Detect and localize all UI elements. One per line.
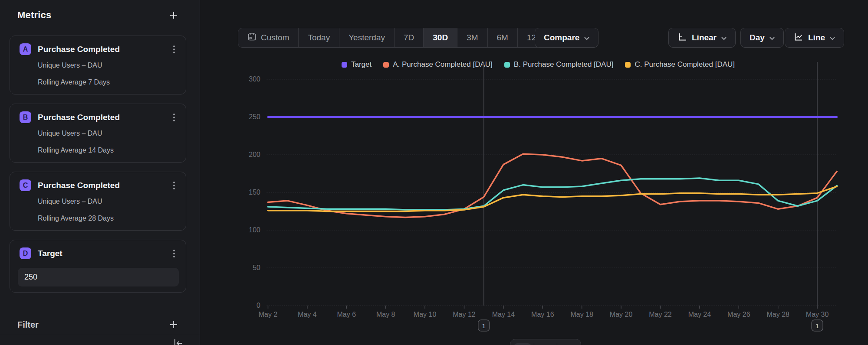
range-label: 30D xyxy=(433,33,448,42)
svg-text:May 10: May 10 xyxy=(414,311,437,318)
scale-button[interactable]: Linear xyxy=(668,28,736,48)
metric-card-b: B Purchase Completed Unique Users – DAU … xyxy=(10,104,186,163)
chevron-down-icon xyxy=(721,33,727,42)
axis-linear-icon xyxy=(677,32,687,44)
range-6m[interactable]: 6M xyxy=(487,28,517,47)
metric-measure: Unique Users – DAU xyxy=(38,198,102,205)
sidebar-title: Metrics xyxy=(17,10,51,21)
metric-menu-button[interactable] xyxy=(168,179,180,192)
target-menu-button[interactable] xyxy=(168,247,180,260)
metric-title: Purchase Completed xyxy=(38,113,120,122)
filter-section-label: Filter xyxy=(17,320,39,330)
target-value-input[interactable] xyxy=(18,268,179,286)
metric-badge-a: A xyxy=(20,43,31,55)
metric-measure: Unique Users – DAU xyxy=(38,62,102,69)
range-label: 3M xyxy=(467,33,478,42)
svg-text:1: 1 xyxy=(482,322,486,329)
svg-text:May 6: May 6 xyxy=(337,311,356,318)
bottom-chart-switcher xyxy=(510,339,581,345)
target-card: D Target xyxy=(10,240,186,293)
svg-text:50: 50 xyxy=(253,264,260,271)
range-label: Custom xyxy=(261,33,289,42)
plus-icon xyxy=(169,320,178,331)
svg-text:200: 200 xyxy=(249,151,260,158)
metric-badge-d: D xyxy=(20,247,31,259)
compare-button[interactable]: Compare xyxy=(535,28,598,48)
compare-label: Compare xyxy=(544,33,579,42)
add-metric-button[interactable] xyxy=(168,10,180,22)
chart-type-label: Line xyxy=(808,33,825,42)
range-label: 7D xyxy=(404,33,414,42)
scale-label: Linear xyxy=(692,33,717,42)
chevron-down-icon xyxy=(769,33,775,42)
line-chart-svg: 050100150200250300May 2May 4May 6May 8Ma… xyxy=(234,52,859,345)
chart-card-icon-button[interactable] xyxy=(560,343,577,345)
target-title: Target xyxy=(38,249,62,258)
svg-text:1: 1 xyxy=(815,322,819,329)
svg-text:May 16: May 16 xyxy=(531,311,554,318)
svg-text:May 26: May 26 xyxy=(727,311,750,318)
granularity-label: Day xyxy=(750,33,765,42)
svg-text:May 24: May 24 xyxy=(688,311,711,318)
switcher-divider xyxy=(557,343,557,345)
range-custom[interactable]: Custom xyxy=(238,28,298,47)
range-today[interactable]: Today xyxy=(298,28,339,47)
chart-type-button[interactable]: Line xyxy=(785,28,844,48)
add-filter-button[interactable] xyxy=(168,319,180,331)
date-range-control: Custom Today Yesterday 7D 30D 3M 6M 12M xyxy=(238,28,552,48)
svg-text:May 22: May 22 xyxy=(649,311,672,318)
svg-text:May 20: May 20 xyxy=(610,311,633,318)
svg-text:150: 150 xyxy=(249,189,260,196)
metric-card-a: A Purchase Completed Unique Users – DAU … xyxy=(10,36,186,94)
chevron-down-icon xyxy=(830,33,835,42)
svg-text:May 8: May 8 xyxy=(376,311,395,318)
collapse-sidebar-button[interactable] xyxy=(172,338,184,345)
metric-badge-c: C xyxy=(20,179,31,191)
svg-text:250: 250 xyxy=(249,113,260,120)
sidebar-divider xyxy=(0,334,200,334)
line-chart[interactable]: 050100150200250300May 2May 4May 6May 8Ma… xyxy=(234,52,859,345)
metric-rolling-avg: Rolling Average 14 Days xyxy=(38,146,114,154)
switcher-divider xyxy=(534,343,534,345)
chart-panel-icon-button[interactable] xyxy=(514,343,531,345)
range-label: Yesterday xyxy=(349,33,385,42)
metric-title: Purchase Completed xyxy=(38,181,120,190)
svg-text:300: 300 xyxy=(249,75,260,83)
range-label: 6M xyxy=(497,33,508,42)
svg-text:May 4: May 4 xyxy=(298,311,317,318)
metric-title: Purchase Completed xyxy=(38,45,120,54)
svg-text:May 14: May 14 xyxy=(492,311,515,318)
svg-text:May 30: May 30 xyxy=(806,311,829,318)
svg-text:100: 100 xyxy=(249,226,260,234)
range-7d[interactable]: 7D xyxy=(394,28,423,47)
calendar-icon xyxy=(247,32,256,43)
metric-menu-button[interactable] xyxy=(168,111,180,124)
collapse-left-icon xyxy=(172,338,184,345)
svg-text:May 28: May 28 xyxy=(766,311,789,318)
chevron-down-icon xyxy=(584,33,589,42)
range-label: Today xyxy=(308,33,330,42)
metrics-explorer-app: Metrics A Purchase Completed Unique User… xyxy=(0,0,868,345)
line-chart-icon xyxy=(794,32,803,44)
range-yesterday[interactable]: Yesterday xyxy=(339,28,394,47)
metric-rolling-avg: Rolling Average 7 Days xyxy=(38,78,110,86)
metric-badge-b: B xyxy=(20,111,31,123)
metric-measure: Unique Users – DAU xyxy=(38,130,102,137)
svg-text:May 12: May 12 xyxy=(453,311,476,318)
range-30d[interactable]: 30D xyxy=(423,28,457,47)
metric-rolling-avg: Rolling Average 28 Days xyxy=(38,215,114,222)
metric-menu-button[interactable] xyxy=(168,43,180,56)
chart-rows-icon-button[interactable] xyxy=(537,343,554,345)
svg-text:May 2: May 2 xyxy=(259,311,278,318)
plus-icon xyxy=(169,10,178,21)
metric-card-c: C Purchase Completed Unique Users – DAU … xyxy=(10,172,186,231)
metrics-sidebar: Metrics A Purchase Completed Unique User… xyxy=(0,0,200,345)
svg-text:May 18: May 18 xyxy=(570,311,593,318)
granularity-button[interactable]: Day xyxy=(740,28,784,48)
svg-text:0: 0 xyxy=(256,302,260,309)
range-3m[interactable]: 3M xyxy=(457,28,487,47)
